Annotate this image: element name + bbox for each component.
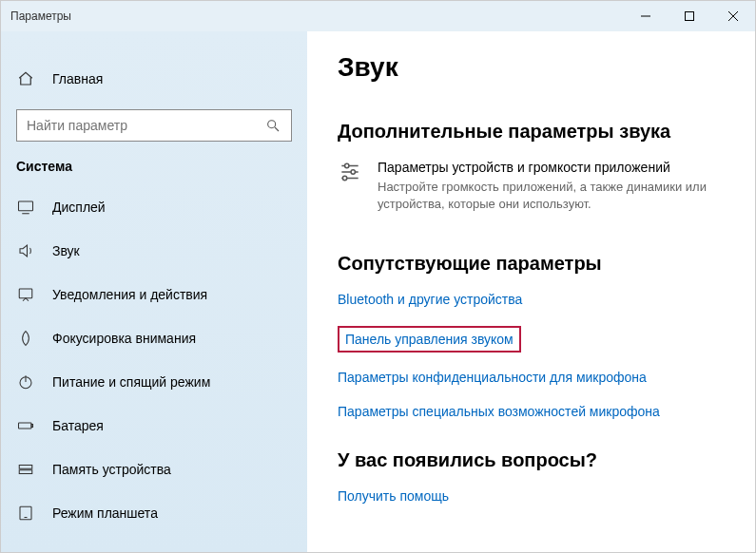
search-input-wrapper[interactable] [16,109,292,142]
sidebar-item-label: Батарея [52,418,104,433]
svg-point-4 [268,121,276,128]
app-volume-setting[interactable]: Параметры устройств и громкости приложен… [338,160,755,213]
sound-icon [16,242,35,259]
svg-point-18 [345,163,349,167]
setting-title: Параметры устройств и громкости приложен… [378,160,732,175]
section-heading-related: Сопутствующие параметры [338,253,755,275]
link-mic-privacy[interactable]: Параметры конфиденциальности для микрофо… [338,370,755,385]
home-button[interactable]: Главная [1,58,307,100]
svg-rect-13 [19,466,32,469]
home-icon [16,70,35,87]
sidebar-item-label: Звук [52,243,80,258]
sidebar-item-display[interactable]: Дисплей [1,185,307,229]
sidebar-item-label: Режим планшета [52,505,158,521]
svg-point-22 [342,176,346,180]
power-icon [16,373,35,391]
svg-rect-8 [19,289,32,298]
window-title: Параметры [10,10,624,23]
sidebar-item-sound[interactable]: Звук [1,229,307,273]
section-heading-help: У вас появились вопросы? [338,449,755,471]
sliders-icon [338,160,362,213]
close-button[interactable] [711,1,755,31]
sidebar-item-label: Уведомления и действия [52,287,207,302]
storage-icon [16,461,35,478]
link-sound-control-panel[interactable]: Панель управления звуком [338,326,521,353]
sidebar-group-heading: Система [1,159,307,185]
svg-rect-6 [19,201,33,211]
sidebar-item-label: Память устройства [52,462,171,477]
search-input[interactable] [27,118,264,133]
display-icon [16,199,35,216]
page-title: Звук [338,52,755,83]
svg-rect-12 [31,425,33,428]
link-get-help[interactable]: Получить помощь [338,488,755,504]
search-icon [264,118,281,133]
svg-rect-14 [19,470,32,474]
sidebar-item-focus[interactable]: Фокусировка внимания [1,316,307,360]
svg-rect-1 [686,12,694,21]
sidebar-item-power[interactable]: Питание и спящий режим [1,360,307,404]
sidebar-item-label: Питание и спящий режим [52,374,210,390]
sidebar-item-tablet[interactable]: Режим планшета [1,491,307,535]
sidebar-item-label: Фокусировка внимания [52,331,196,346]
home-label: Главная [52,71,103,86]
setting-description: Настройте громкость приложений, а также … [378,179,732,213]
minimize-button[interactable] [624,1,668,31]
focus-icon [16,330,35,347]
sidebar-item-battery[interactable]: Батарея [1,404,307,448]
svg-point-20 [351,170,355,174]
svg-rect-11 [19,423,32,429]
sidebar: Главная Система Дисплей [1,31,307,552]
sidebar-item-storage[interactable]: Память устройства [1,448,307,491]
link-mic-accessibility[interactable]: Параметры специальных возможностей микро… [338,404,755,419]
sidebar-item-label: Дисплей [52,200,106,215]
tablet-icon [16,505,35,522]
battery-icon [16,417,35,434]
link-bluetooth[interactable]: Bluetooth и другие устройства [338,292,755,307]
content-pane: Звук Дополнительные параметры звука Пара… [307,31,755,552]
section-heading-advanced: Дополнительные параметры звука [338,121,755,143]
maximize-button[interactable] [668,1,711,31]
svg-line-5 [275,127,279,131]
sidebar-item-notifications[interactable]: Уведомления и действия [1,273,307,316]
titlebar: Параметры [1,1,755,31]
notifications-icon [16,286,35,303]
